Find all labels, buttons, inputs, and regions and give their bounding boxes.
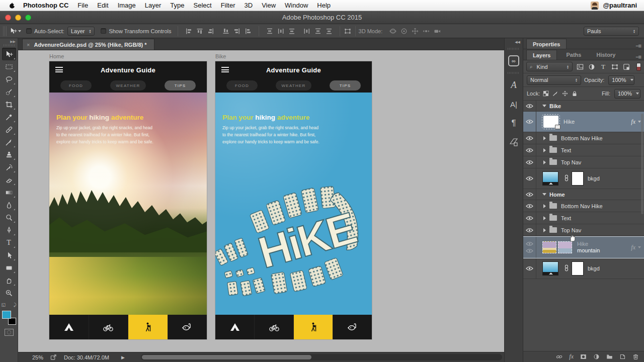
paragraph-panel-icon[interactable]: ¶ [506,116,521,131]
visibility-eye-icon[interactable] [523,224,536,236]
expand-triangle-icon[interactable] [543,136,546,140]
menu-filter[interactable]: Filter [221,2,235,9]
layer-row-group-text-home[interactable]: Text [523,212,644,224]
dock-grip[interactable] [508,72,520,74]
tab-properties[interactable]: Properties [526,39,567,49]
new-group-icon[interactable] [606,353,613,360]
visibility-eye-icon[interactable] [523,101,536,111]
layer-row-artboard-bike[interactable]: Bike [523,101,644,112]
layer-row-artboard-home[interactable]: Home [523,189,644,200]
visibility-eye-icon[interactable] [523,132,536,144]
visibility-eye-icon[interactable] [523,156,536,168]
swatch-utility-icons[interactable]: ◱⤸ [2,302,17,308]
panel-menu-icon[interactable] [635,43,641,49]
nav-hike-button[interactable] [128,315,168,339]
healing-brush-tool[interactable] [2,123,16,136]
quick-selection-tool[interactable] [2,85,16,98]
fill-dropdown[interactable]: 100% [614,89,640,99]
opacity-dropdown[interactable]: 100% [608,75,634,85]
tab-history[interactable]: History [590,50,621,60]
3d-slide-icon[interactable] [422,27,431,36]
nav-bike-button[interactable] [89,315,129,339]
menu-3d[interactable]: 3D [245,2,253,9]
crop-tool[interactable] [2,98,16,111]
3d-orbit-icon[interactable] [388,27,397,36]
blend-mode-dropdown[interactable]: Normal ▲▼ [527,75,581,85]
clipping-panel-icon[interactable] [506,135,521,150]
user-handle[interactable]: @paultrani [603,2,637,9]
expand-triangle-icon[interactable] [543,160,546,164]
tab-layers[interactable]: Layers [526,50,557,60]
menu-app-name[interactable]: Photoshop CC [23,2,68,9]
marquee-tool[interactable] [2,60,16,73]
move-tool[interactable] [2,48,16,60]
status-options-icon[interactable]: ▶ [121,355,125,360]
filter-smart-objects-icon[interactable] [621,62,631,71]
user-avatar[interactable] [591,2,599,10]
layer-row-group-top-nav-bike[interactable]: Top Nav [523,156,644,168]
fx-badge[interactable]: fx [631,118,635,126]
gradient-tool[interactable] [2,186,16,199]
eraser-tool[interactable] [2,173,16,186]
visibility-eye-icon[interactable] [523,200,536,212]
swap-swatches-icon[interactable]: ⤸ [14,302,16,308]
auto-select-checkbox[interactable] [26,28,32,34]
nav-hike-button[interactable] [294,315,333,339]
hamburger-menu-icon[interactable] [221,67,229,72]
pen-tool[interactable] [2,224,16,236]
path-selection-tool[interactable] [2,249,16,261]
auto-select-target-dropdown[interactable]: Layer ▲▼ [67,27,95,36]
align-vcenter-icon[interactable] [195,27,204,36]
dodge-tool[interactable] [2,211,16,224]
distribute-left-icon[interactable] [302,27,311,36]
export-icon[interactable] [50,354,57,360]
toolbar-collapse-icon[interactable]: ▶▶ [10,40,16,44]
artboard-bike[interactable]: Adventure Guide FOOD WEATHER TIPS Plan y… [215,61,372,339]
tab-paths[interactable]: Paths [560,50,587,60]
menu-window[interactable]: Window [285,2,308,9]
expand-triangle-icon[interactable] [543,228,546,232]
distribute-hcenter-icon[interactable] [313,27,323,36]
zoom-level[interactable]: 25% [32,354,43,360]
artboard-label-home[interactable]: Home [49,53,64,59]
3d-camera-icon[interactable] [433,27,442,36]
menu-view[interactable]: View [262,2,276,9]
character-panel-icon[interactable]: A| [506,97,521,112]
align-left-icon[interactable] [221,27,230,36]
visibility-eye-icon[interactable] [523,144,536,156]
menu-edit[interactable]: Edit [97,2,108,9]
panel-menu-icon[interactable] [635,54,641,60]
layer-mask-thumbnail[interactable] [572,171,584,186]
glyphs-panel-icon[interactable]: A [506,77,521,93]
shape-tool[interactable] [2,261,16,274]
horizontal-scrollbar[interactable] [141,354,502,360]
visibility-eye-icon[interactable] [523,168,536,189]
layer-row-bkgd-bike[interactable]: bkgd [523,168,644,189]
close-tab-icon[interactable]: × [27,42,30,48]
expand-triangle-icon[interactable] [543,204,546,208]
layer-row-group-bottom-nav-bike[interactable]: Bottom Nav Hike [523,132,644,144]
bike-tab-tips[interactable]: TIPS [330,80,361,90]
brush-tool[interactable] [2,136,16,148]
visibility-eye-icon[interactable] [523,237,536,258]
expand-triangle-icon[interactable] [543,148,546,152]
nav-camp-button[interactable] [215,315,255,339]
layer-row-bkgd-home[interactable]: bkgd [523,258,644,279]
filter-shape-layers-icon[interactable] [610,62,620,71]
filter-adjustment-layers-icon[interactable] [587,62,597,71]
scrollbar-thumb[interactable] [142,355,312,359]
filter-type-layers-icon[interactable]: T [598,62,608,71]
bkgd-layer-thumbnail[interactable] [542,261,558,276]
doc-size[interactable]: Doc: 30.4M/72.0M [64,354,109,360]
workspace-dropdown[interactable]: Pauls ▲▼ [584,27,639,36]
align-bottom-icon[interactable] [206,27,215,36]
visibility-eye-icon[interactable] [523,258,536,279]
menu-file[interactable]: File [77,2,88,9]
mask-link-icon[interactable] [564,264,569,273]
trash-icon[interactable] [632,353,639,360]
layer-row-group-text-bike[interactable]: Text [523,144,644,156]
visibility-eye-icon[interactable] [523,189,536,200]
nav-bike-button[interactable] [255,315,294,339]
expand-triangle-icon[interactable] [542,105,546,107]
expand-triangle-icon[interactable] [543,216,546,220]
